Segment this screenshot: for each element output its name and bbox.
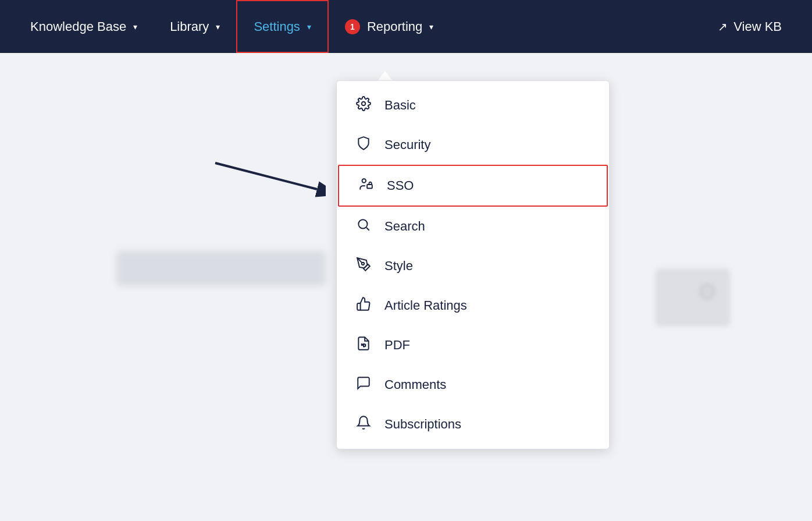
menu-sso-label: SSO	[387, 178, 414, 193]
annotation-arrow	[209, 157, 326, 218]
nav-settings[interactable]: Settings ▾	[236, 0, 329, 53]
nav-knowledge-base[interactable]: Knowledge Base ▾	[14, 0, 154, 53]
nav-settings-label: Settings	[254, 19, 300, 34]
svg-point-7	[362, 263, 364, 265]
sso-icon	[358, 176, 374, 195]
nav-view-kb-label: View KB	[733, 19, 782, 34]
menu-search-label: Search	[384, 219, 425, 234]
nav-knowledge-base-chevron: ▾	[133, 22, 137, 31]
comments-icon	[355, 375, 372, 394]
menu-item-article-ratings[interactable]: Article Ratings	[337, 286, 609, 325]
menu-item-pdf[interactable]: PDF	[337, 325, 609, 365]
svg-point-2	[362, 102, 366, 106]
gear-icon	[355, 96, 372, 115]
menu-basic-label: Basic	[384, 98, 416, 113]
nav-library-chevron: ▾	[216, 22, 220, 31]
svg-rect-4	[367, 185, 372, 189]
nav-view-kb[interactable]: ↗ View KB	[701, 0, 798, 53]
menu-subscriptions-label: Subscriptions	[384, 417, 461, 432]
thumbsup-icon	[355, 296, 372, 315]
menu-item-comments[interactable]: Comments	[337, 365, 609, 405]
dropdown-menu-inner[interactable]: Basic Security SSO	[337, 86, 609, 444]
nav-knowledge-base-label: Knowledge Base	[30, 19, 126, 34]
nav-library-label: Library	[170, 19, 209, 34]
menu-item-sso[interactable]: SSO	[338, 165, 608, 207]
menu-item-subscriptions[interactable]: Subscriptions	[337, 405, 609, 444]
menu-item-basic[interactable]: Basic	[337, 86, 609, 125]
menu-comments-label: Comments	[384, 377, 446, 392]
menu-pdf-label: PDF	[384, 338, 410, 353]
nav-settings-chevron: ▾	[307, 22, 311, 31]
pdf-icon	[355, 336, 372, 355]
nav-reporting-chevron: ▾	[429, 22, 433, 31]
bg-blur-element-1	[116, 251, 326, 286]
menu-article-ratings-label: Article Ratings	[384, 298, 467, 313]
nav-reporting-label: Reporting	[367, 19, 422, 34]
shield-icon	[355, 136, 372, 154]
svg-point-5	[358, 219, 367, 228]
menu-item-search[interactable]: Search	[337, 207, 609, 246]
menu-security-label: Security	[384, 137, 430, 153]
menu-item-style[interactable]: Style	[337, 246, 609, 286]
nav-library[interactable]: Library ▾	[154, 0, 236, 53]
settings-dropdown: Basic Security SSO	[336, 80, 610, 449]
nav-reporting[interactable]: 1 Reporting ▾	[329, 0, 450, 53]
menu-style-label: Style	[384, 258, 413, 274]
svg-point-3	[362, 179, 366, 183]
navbar: Knowledge Base ▾ Library ▾ Settings ▾ 1 …	[0, 0, 812, 53]
reporting-badge: 1	[345, 19, 360, 34]
bell-icon	[355, 415, 372, 434]
svg-line-6	[366, 228, 369, 231]
bg-gear-icon: ⚙	[684, 268, 731, 315]
search-icon	[355, 217, 372, 236]
style-icon	[355, 257, 372, 275]
external-link-icon: ↗	[718, 20, 728, 34]
svg-line-1	[215, 163, 317, 189]
menu-item-security[interactable]: Security	[337, 125, 609, 165]
